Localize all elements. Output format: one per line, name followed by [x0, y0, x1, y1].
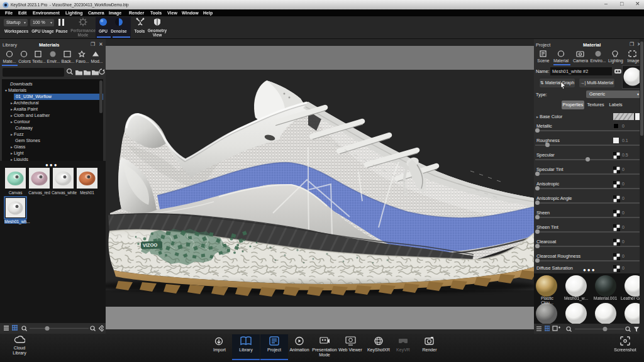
svg-text:VIZOO: VIZOO — [143, 242, 158, 248]
